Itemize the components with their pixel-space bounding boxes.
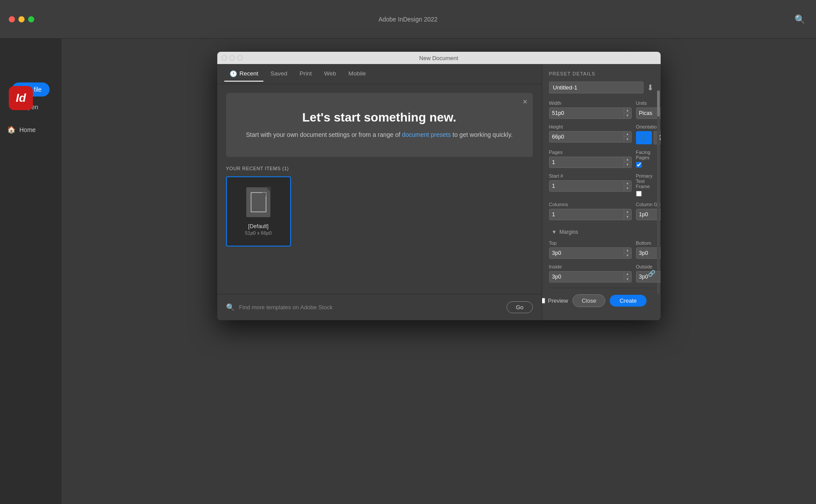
- welcome-subtitle-pre: Start with your own document settings or…: [246, 131, 402, 138]
- close-window-button[interactable]: [9, 16, 15, 22]
- stock-search-input[interactable]: [239, 304, 503, 311]
- height-decrement-button[interactable]: ▼: [624, 137, 631, 142]
- start-num-input[interactable]: [550, 181, 624, 191]
- dialog-minimize-button[interactable]: [230, 55, 235, 61]
- preview-row: Preview: [542, 297, 568, 304]
- start-num-input-wrap: ▲ ▼: [549, 180, 632, 192]
- margin-inside-input[interactable]: [550, 272, 624, 282]
- margin-top-input[interactable]: [550, 248, 624, 258]
- window-controls: [9, 16, 34, 22]
- margin-top-field-group: Top ▲ ▼: [549, 240, 632, 259]
- welcome-close-button[interactable]: ×: [523, 97, 528, 107]
- start-num-spinners: ▲ ▼: [624, 181, 631, 191]
- margins-top-bottom-row: Top ▲ ▼ Bottom: [549, 240, 654, 259]
- tab-saved[interactable]: Saved: [265, 67, 292, 81]
- recent-items-grid: [Default] 51p0 x 66p0: [226, 176, 533, 247]
- width-decrement-button[interactable]: ▼: [624, 113, 631, 118]
- preset-name-input[interactable]: [549, 82, 643, 93]
- recent-item[interactable]: [Default] 51p0 x 66p0: [226, 176, 291, 247]
- width-input-wrap: ▲ ▼: [549, 107, 632, 119]
- margins-section-header[interactable]: ▼ Margins: [549, 229, 654, 235]
- width-input[interactable]: [550, 108, 624, 118]
- dialog-left-panel: 🕐 Recent Saved Print Web Mobile: [217, 64, 542, 320]
- preview-label: Preview: [548, 297, 568, 304]
- columns-increment-button[interactable]: ▲: [624, 210, 631, 214]
- save-preset-button[interactable]: ⬇: [647, 83, 654, 93]
- height-label: Height: [549, 124, 632, 129]
- margins-chevron-icon: ▼: [552, 229, 557, 235]
- dialog-footer: Preview Close Create: [549, 288, 654, 313]
- dialog-titlebar: New Document: [217, 52, 661, 64]
- height-spinners: ▲ ▼: [624, 132, 631, 142]
- tab-mobile-label: Mobile: [349, 70, 366, 77]
- tab-web[interactable]: Web: [319, 67, 341, 81]
- columns-label: Columns: [549, 202, 632, 207]
- primary-text-label: Primary Text Frame: [636, 173, 654, 189]
- new-document-dialog: New Document 🕐 Recent Saved Print: [217, 52, 661, 320]
- pages-input[interactable]: [550, 157, 624, 168]
- primary-text-checkbox-row: [636, 191, 654, 197]
- tab-recent[interactable]: 🕐 Recent: [224, 67, 264, 82]
- dialog-close-button[interactable]: [222, 55, 227, 61]
- global-search-icon[interactable]: 🔍: [794, 14, 805, 25]
- width-units-row: Width ▲ ▼ Units Pic: [549, 100, 654, 119]
- dialog-maximize-button[interactable]: [237, 55, 243, 61]
- margin-inside-increment-button[interactable]: ▲: [624, 272, 631, 277]
- height-field-group: Height ▲ ▼: [549, 124, 632, 144]
- facing-pages-label: Facing Pages: [636, 150, 654, 160]
- tab-saved-label: Saved: [270, 70, 287, 77]
- margin-top-decrement-button[interactable]: ▼: [624, 253, 631, 258]
- document-tabs: 🕐 Recent Saved Print Web Mobile: [217, 64, 542, 84]
- pages-decrement-button[interactable]: ▼: [624, 162, 631, 167]
- pages-spinners: ▲ ▼: [624, 157, 631, 167]
- welcome-title: Let's start something new.: [235, 111, 524, 125]
- height-increment-button[interactable]: ▲: [624, 132, 631, 137]
- create-button[interactable]: Create: [610, 295, 646, 307]
- preview-checkbox[interactable]: [542, 298, 545, 304]
- preset-section-title: PRESET DETAILS: [549, 71, 654, 76]
- height-input[interactable]: [550, 132, 624, 142]
- link-margins-button[interactable]: 🔗: [648, 270, 655, 277]
- start-num-increment-button[interactable]: ▲: [624, 181, 631, 186]
- close-button[interactable]: Close: [572, 294, 605, 307]
- scrollbar-thumb[interactable]: [657, 90, 660, 117]
- columns-input[interactable]: [550, 209, 624, 220]
- dialog-body: 🕐 Recent Saved Print Web Mobile: [217, 64, 661, 320]
- margin-inside-spinners: ▲ ▼: [624, 272, 631, 282]
- welcome-subtitle-post: to get working quickly.: [451, 131, 513, 138]
- maximize-window-button[interactable]: [28, 16, 34, 22]
- document-icon: [251, 192, 266, 212]
- welcome-subtitle: Start with your own document settings or…: [235, 130, 524, 139]
- recent-item-name: [Default]: [248, 223, 269, 229]
- home-nav-item[interactable]: 🏠 Home: [0, 123, 61, 136]
- width-increment-button[interactable]: ▲: [624, 108, 631, 113]
- primary-text-frame-checkbox[interactable]: [636, 191, 642, 197]
- margin-top-label: Top: [549, 240, 632, 246]
- recent-item-thumbnail: [246, 187, 270, 217]
- margin-top-increment-button[interactable]: ▲: [624, 248, 631, 253]
- facing-pages-checkbox[interactable]: [636, 162, 642, 168]
- tab-print[interactable]: Print: [295, 67, 317, 81]
- start-num-decrement-button[interactable]: ▼: [624, 186, 631, 191]
- start-num-label: Start #: [549, 173, 632, 179]
- home-label: Home: [19, 126, 36, 133]
- margins-label: Margins: [559, 229, 578, 235]
- width-label: Width: [549, 100, 632, 106]
- margin-inside-input-wrap: ▲ ▼: [549, 271, 632, 282]
- tab-web-label: Web: [324, 70, 336, 77]
- primary-text-field-group: Primary Text Frame: [636, 173, 654, 197]
- go-button[interactable]: Go: [507, 301, 532, 313]
- tab-mobile[interactable]: Mobile: [343, 67, 371, 81]
- pages-increment-button[interactable]: ▲: [624, 157, 631, 162]
- columns-spinners: ▲ ▼: [624, 210, 631, 219]
- height-input-wrap: ▲ ▼: [549, 131, 632, 143]
- columns-decrement-button[interactable]: ▼: [624, 214, 631, 219]
- facing-pages-field-group: Facing Pages: [636, 150, 654, 168]
- width-field-group: Width ▲ ▼: [549, 100, 632, 119]
- margin-inside-decrement-button[interactable]: ▼: [624, 277, 631, 282]
- minimize-window-button[interactable]: [18, 16, 25, 22]
- document-presets-link[interactable]: document presets: [402, 131, 451, 138]
- columns-field-group: Columns ▲ ▼: [549, 202, 632, 220]
- portrait-button[interactable]: 👤: [636, 131, 652, 144]
- dialog-content: × Let's start something new. Start with …: [217, 84, 542, 294]
